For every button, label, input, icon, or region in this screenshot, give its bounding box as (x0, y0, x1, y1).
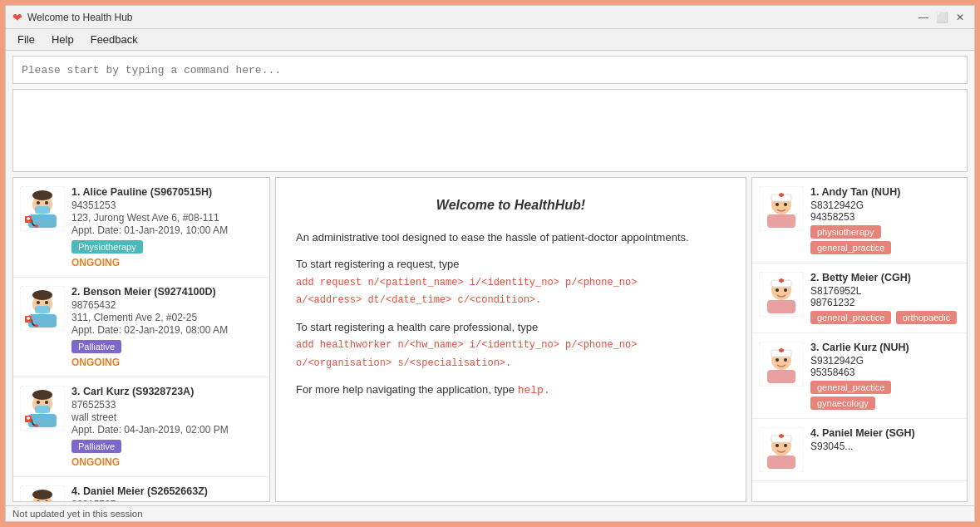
doctor-info: 3. Carlie Kurz (NUH) S9312942G 95358463 … (810, 342, 960, 410)
doctor-name: 3. Carlie Kurz (NUH) (810, 342, 960, 353)
doctor-phone: 98761232 (810, 297, 960, 308)
menu-file[interactable]: File (9, 32, 43, 47)
main-content: 1. Alice Pauline (S9670515H) 94351253 12… (12, 177, 968, 502)
svg-point-74 (776, 444, 779, 447)
welcome-para2: To start registering a request, type add… (296, 256, 726, 308)
doctor-info: 4. Paniel Meier (SGH) S93045... (810, 427, 960, 452)
patient-name: 1. Alice Pauline (S9670515H) (71, 186, 263, 198)
patient-address: 123, Jurong West Ave 6, #08-111 (71, 212, 263, 224)
patient-phone: 87652533 (71, 399, 263, 411)
doctor-avatar (759, 272, 804, 317)
svg-rect-15 (35, 306, 50, 313)
doctor-id: S9312942G (810, 355, 960, 367)
welcome-para4: For more help navigating the application… (296, 382, 726, 400)
doctor-tag: gynaecology (810, 396, 875, 410)
doctor-avatar (759, 186, 804, 231)
patient-name: 4. Daniel Meier (S2652663Z) (71, 485, 263, 497)
svg-rect-1 (28, 214, 57, 228)
doctor-name: 1. Andy Tan (NUH) (810, 186, 960, 198)
doctor-tag: general_practice (810, 381, 891, 394)
patient-item: 2. Benson Meier (S9274100D) 98765432 311… (13, 278, 269, 377)
menu-feedback[interactable]: Feedback (82, 32, 146, 47)
svg-point-59 (784, 288, 787, 292)
svg-point-3 (32, 190, 52, 200)
doctor-name: 4. Paniel Meier (SGH) (810, 427, 960, 439)
doctor-avatar (759, 342, 804, 387)
svg-rect-32 (27, 416, 29, 420)
svg-point-18 (35, 324, 38, 328)
patient-avatar (20, 186, 65, 231)
patient-avatar (20, 485, 65, 502)
svg-rect-12 (28, 314, 57, 328)
doctor-phone: 95358463 (810, 367, 960, 378)
doctor-list: 1. Andy Tan (NUH) S8312942G 94358253 phy… (751, 177, 968, 502)
window-title: Welcome to Health Hub (27, 12, 916, 23)
svg-rect-26 (35, 406, 50, 413)
command-input[interactable] (12, 56, 968, 84)
doctor-avatar (759, 427, 804, 472)
svg-point-66 (776, 358, 779, 362)
patient-info: 2. Benson Meier (S9274100D) 98765432 311… (71, 286, 263, 368)
status-text: Not updated yet in this session (12, 509, 143, 519)
doctor-id: S93045... (810, 441, 960, 452)
maximize-button[interactable]: ⬜ (934, 10, 949, 25)
patient-info: 3. Carl Kurz (S9328723A) 87652533 wall s… (71, 386, 263, 468)
svg-rect-49 (781, 193, 783, 197)
svg-point-50 (776, 203, 779, 206)
patient-status: ONGOING (71, 456, 263, 468)
svg-point-58 (776, 288, 779, 292)
patient-address: wall street (71, 411, 263, 423)
svg-point-17 (45, 301, 48, 304)
patient-list: 1. Alice Pauline (S9670515H) 94351253 12… (12, 177, 270, 502)
svg-rect-4 (35, 206, 50, 214)
svg-point-5 (37, 201, 40, 204)
doctor-item: 4. Paniel Meier (SGH) S93045... (752, 419, 967, 481)
svg-point-16 (37, 301, 40, 304)
patient-item: 4. Daniel Meier (S2652663Z) 82015737 (13, 477, 269, 502)
svg-point-75 (784, 444, 787, 447)
patient-address: 311, Clementi Ave 2, #02-25 (71, 312, 263, 323)
doctor-name: 2. Betty Meier (CGH) (810, 272, 960, 283)
svg-rect-10 (27, 217, 29, 220)
doctor-tag: physiotherapy (810, 225, 881, 239)
svg-rect-69 (767, 456, 795, 469)
svg-point-36 (32, 490, 52, 500)
svg-rect-23 (28, 414, 57, 427)
patient-item: 3. Carl Kurz (S9328723A) 87652533 wall s… (13, 377, 269, 477)
svg-point-14 (32, 290, 52, 300)
close-button[interactable]: ✕ (953, 10, 968, 25)
doctor-info: 1. Andy Tan (NUH) S8312942G 94358253 phy… (810, 186, 960, 254)
doctor-id: S8312942G (810, 199, 960, 211)
svg-point-27 (37, 401, 40, 404)
code-healthworker: add healthworker n/<hw_name> i/<identity… (296, 339, 637, 368)
patient-tag: Palliative (71, 340, 121, 353)
svg-rect-61 (767, 370, 795, 383)
svg-rect-21 (27, 317, 29, 320)
menu-bar: File Help Feedback (6, 29, 974, 51)
patient-appt: Appt. Date: 02-Jan-2019, 08:00 AM (71, 324, 263, 336)
svg-point-67 (784, 358, 787, 362)
welcome-para1: An administrative tool designed to ease … (296, 229, 726, 247)
patient-tag: Physiotherapy (71, 240, 143, 254)
svg-rect-73 (781, 434, 783, 438)
patient-info: 1. Alice Pauline (S9670515H) 94351253 12… (71, 186, 263, 268)
patient-name: 3. Carl Kurz (S9328723A) (71, 386, 263, 397)
menu-help[interactable]: Help (43, 32, 82, 47)
patient-phone: 82015737 (71, 499, 263, 502)
patient-status: ONGOING (71, 357, 263, 368)
welcome-title: Welcome to HealthHub! (296, 195, 726, 216)
svg-point-7 (35, 224, 38, 228)
svg-rect-53 (767, 300, 795, 313)
output-area (12, 89, 968, 172)
patient-appt: Appt. Date: 01-Jan-2019, 10:00 AM (71, 224, 263, 236)
doctor-item: 2. Betty Meier (CGH) S8176952L 98761232 … (752, 264, 967, 333)
minimize-button[interactable]: — (916, 10, 931, 25)
doctor-id: S8176952L (810, 285, 960, 297)
welcome-para3: To start registering a health care profe… (296, 319, 726, 372)
svg-point-25 (32, 390, 52, 400)
window-controls: — ⬜ ✕ (916, 10, 968, 25)
svg-point-29 (35, 424, 38, 427)
app-icon: ❤ (12, 11, 22, 24)
doctor-tag: general_practice (810, 241, 891, 254)
doctor-phone: 94358253 (810, 211, 960, 223)
